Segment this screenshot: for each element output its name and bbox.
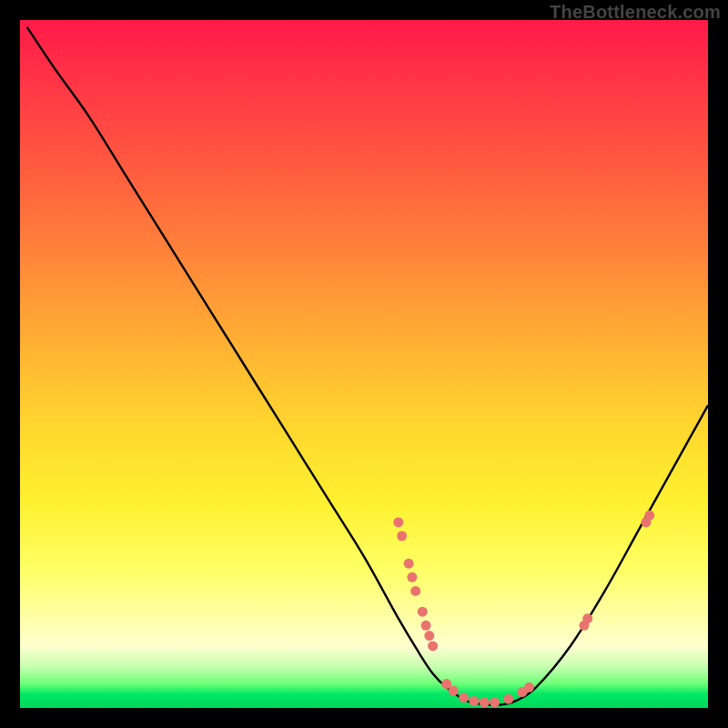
highlight-point	[503, 694, 513, 704]
highlight-point	[582, 613, 592, 623]
highlight-point	[421, 621, 431, 631]
highlight-point	[449, 686, 459, 696]
highlight-point	[393, 517, 403, 527]
highlight-point	[480, 697, 490, 707]
highlight-point	[404, 559, 414, 569]
highlight-point	[397, 531, 407, 541]
chart-frame: TheBottleneck.com	[0, 0, 728, 728]
bottleneck-curve	[27, 27, 708, 705]
highlight-point	[524, 682, 534, 693]
highlight-point	[459, 693, 469, 703]
highlight-point	[490, 697, 500, 707]
highlight-points-group	[393, 511, 654, 708]
highlight-point	[407, 572, 417, 582]
highlight-point	[428, 641, 438, 651]
highlight-point	[410, 586, 420, 596]
plot-area	[20, 20, 708, 708]
highlight-point	[424, 631, 434, 641]
highlight-point	[644, 511, 654, 521]
highlight-point	[469, 696, 479, 706]
highlight-point	[418, 607, 428, 617]
curve-layer	[20, 20, 708, 708]
